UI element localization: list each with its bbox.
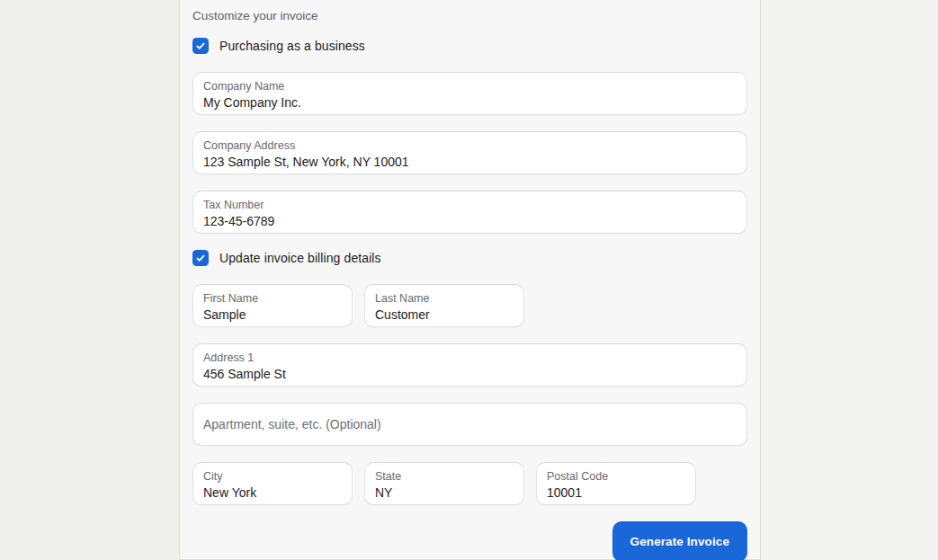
city-input[interactable] xyxy=(203,484,342,501)
last-name-field[interactable]: Last Name xyxy=(364,284,524,327)
name-row: First Name Last Name xyxy=(192,268,747,327)
page: Customize your invoice Purchasing as a b… xyxy=(0,0,938,560)
address2-input[interactable] xyxy=(203,415,737,433)
address1-input[interactable] xyxy=(203,365,737,382)
last-name-label: Last Name xyxy=(375,291,514,306)
city-state-zip-row: City State Postal Code xyxy=(192,446,747,505)
address1-field[interactable]: Address 1 xyxy=(192,343,747,387)
city-field[interactable]: City xyxy=(192,462,353,505)
state-input[interactable] xyxy=(375,484,514,501)
address1-label: Address 1 xyxy=(203,351,737,365)
company-name-input[interactable] xyxy=(203,93,737,111)
checkbox-checked-icon[interactable] xyxy=(192,250,209,266)
section-title: Customize your invoice xyxy=(192,8,747,23)
update-billing-details-checkbox-row[interactable]: Update invoice billing details xyxy=(192,248,747,268)
checkmark-icon xyxy=(195,40,206,51)
postal-code-field[interactable]: Postal Code xyxy=(536,462,696,505)
state-label: State xyxy=(375,469,514,484)
generate-invoice-button[interactable]: Generate Invoice xyxy=(612,521,747,560)
postal-code-input[interactable] xyxy=(547,484,685,501)
invoice-customization-panel: Customize your invoice Purchasing as a b… xyxy=(179,0,761,560)
postal-code-label: Postal Code xyxy=(547,469,685,484)
right-gutter xyxy=(761,0,938,560)
company-name-field[interactable]: Company Name xyxy=(192,72,747,115)
actions-bar: Generate Invoice xyxy=(192,521,747,560)
purchasing-as-business-checkbox-row[interactable]: Purchasing as a business xyxy=(192,36,747,56)
first-name-label: First Name xyxy=(203,291,342,306)
checkmark-icon xyxy=(195,253,206,263)
purchasing-as-business-label: Purchasing as a business xyxy=(219,39,365,53)
state-field[interactable]: State xyxy=(364,462,524,505)
left-gutter xyxy=(0,0,179,560)
checkbox-checked-icon[interactable] xyxy=(192,38,209,54)
first-name-input[interactable] xyxy=(203,306,342,323)
address2-field[interactable] xyxy=(192,403,747,446)
company-address-input[interactable] xyxy=(203,153,737,170)
tax-number-field[interactable]: Tax Number xyxy=(192,191,747,234)
company-address-label: Company Address xyxy=(203,138,737,153)
company-address-field[interactable]: Company Address xyxy=(192,131,747,174)
last-name-input[interactable] xyxy=(375,306,514,323)
update-billing-details-label: Update invoice billing details xyxy=(219,251,381,265)
tax-number-label: Tax Number xyxy=(203,198,737,212)
first-name-field[interactable]: First Name xyxy=(192,284,353,327)
city-label: City xyxy=(203,469,342,484)
tax-number-input[interactable] xyxy=(203,212,737,229)
company-name-label: Company Name xyxy=(203,79,737,93)
